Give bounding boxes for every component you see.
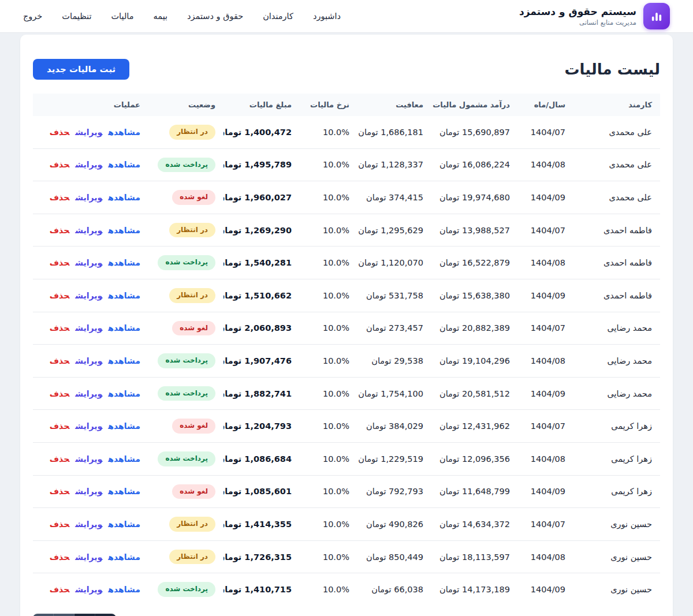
edit-link[interactable]: ویرایش [75, 160, 102, 169]
nav-item-1[interactable]: کارمندان [263, 12, 293, 21]
actions-cell: مشاهدهویرایشحذف [33, 279, 148, 312]
exemption-cell: 792,793 تومان [357, 475, 431, 508]
amount-cell: 1,269,290 تومان [223, 214, 300, 247]
view-link[interactable]: مشاهده [108, 226, 140, 235]
edit-link[interactable]: ویرایش [75, 258, 102, 267]
delete-link[interactable]: حذف [50, 226, 69, 235]
edit-link[interactable]: ویرایش [75, 454, 102, 464]
edit-link[interactable]: ویرایش [75, 389, 102, 398]
page-1-button[interactable]: 1 [54, 614, 74, 616]
prev-page-button[interactable]: ‹ [33, 614, 54, 616]
view-link[interactable]: مشاهده [108, 389, 140, 398]
view-link[interactable]: مشاهده [108, 421, 140, 431]
income-cell: 12,431,962 تومان [431, 410, 518, 443]
edit-link[interactable]: ویرایش [75, 585, 102, 594]
actions-cell: مشاهدهویرایشحذف [33, 573, 148, 606]
nav-item-3[interactable]: بیمه [154, 12, 168, 21]
status-cell: پرداخت شده [148, 442, 223, 475]
delete-link[interactable]: حذف [50, 356, 69, 365]
table-row: علی محمدی1404/0919,974,680 تومان374,415 … [33, 181, 660, 214]
delete-link[interactable]: حذف [50, 585, 69, 594]
view-link[interactable]: مشاهده [108, 258, 140, 267]
column-header-4: نرخ مالیات [300, 94, 357, 116]
app-title: سیستم حقوق و دستمزد [519, 6, 636, 18]
exemption-cell: 490,826 تومان [357, 508, 431, 541]
status-cell: لغو شده [148, 410, 223, 443]
view-link[interactable]: مشاهده [108, 291, 140, 300]
rate-cell: 10.0% [300, 148, 357, 181]
exemption-cell: 1,754,100 تومان [357, 377, 431, 410]
delete-link[interactable]: حذف [50, 160, 69, 169]
delete-link[interactable]: حذف [50, 258, 69, 267]
table-row: فاطمه احمدی1404/0915,638,380 تومان531,75… [33, 279, 660, 312]
edit-link[interactable]: ویرایش [75, 520, 102, 529]
view-link[interactable]: مشاهده [108, 585, 140, 594]
delete-link[interactable]: حذف [50, 291, 69, 300]
employee-cell: فاطمه احمدی [573, 279, 660, 312]
app-subtitle: مدیریت منابع انسانی [519, 18, 636, 27]
actions-cell: مشاهدهویرایشحذف [33, 442, 148, 475]
page-2-button[interactable]: 2 [74, 614, 95, 616]
income-cell: 14,173,189 تومان [431, 573, 518, 606]
edit-link[interactable]: ویرایش [75, 356, 102, 365]
rate-cell: 10.0% [300, 410, 357, 443]
add-tax-button[interactable]: ثبت مالیات جدید [33, 59, 129, 80]
status-badge: پرداخت شده [158, 582, 215, 597]
view-link[interactable]: مشاهده [108, 160, 140, 169]
income-cell: 15,690,897 تومان [431, 116, 518, 148]
delete-link[interactable]: حذف [50, 487, 69, 496]
actions-cell: مشاهدهویرایشحذف [33, 475, 148, 508]
status-cell: در انتظار [148, 508, 223, 541]
rate-cell: 10.0% [300, 508, 357, 541]
actions-cell: مشاهدهویرایشحذف [33, 508, 148, 541]
edit-link[interactable]: ویرایش [75, 323, 102, 333]
delete-link[interactable]: حذف [50, 454, 69, 464]
edit-link[interactable]: ویرایش [75, 226, 102, 235]
status-cell: پرداخت شده [148, 148, 223, 181]
edit-link[interactable]: ویرایش [75, 487, 102, 496]
actions-cell: مشاهدهویرایشحذف [33, 116, 148, 148]
actions-cell: مشاهدهویرایشحذف [33, 214, 148, 247]
delete-link[interactable]: حذف [50, 128, 69, 137]
nav-item-2[interactable]: حقوق و دستمزد [187, 12, 243, 21]
edit-link[interactable]: ویرایش [75, 291, 102, 300]
edit-link[interactable]: ویرایش [75, 421, 102, 431]
nav-item-4[interactable]: مالیات [111, 12, 133, 21]
status-cell: پرداخت شده [148, 573, 223, 606]
amount-cell: 1,085,601 تومان [223, 475, 300, 508]
amount-cell: 1,495,789 تومان [223, 148, 300, 181]
view-link[interactable]: مشاهده [108, 487, 140, 496]
view-link[interactable]: مشاهده [108, 454, 140, 464]
status-cell: در انتظار [148, 540, 223, 573]
amount-cell: 1,907,476 تومان [223, 345, 300, 378]
view-link[interactable]: مشاهده [108, 520, 140, 529]
amount-cell: 1,204,793 تومان [223, 410, 300, 443]
view-link[interactable]: مشاهده [108, 356, 140, 365]
view-link[interactable]: مشاهده [108, 193, 140, 202]
delete-link[interactable]: حذف [50, 520, 69, 529]
amount-cell: 1,726,315 تومان [223, 540, 300, 573]
edit-link[interactable]: ویرایش [75, 552, 102, 562]
amount-cell: 1,400,472 تومان [223, 116, 300, 148]
nav-item-6[interactable]: خروج [23, 12, 42, 21]
view-link[interactable]: مشاهده [108, 323, 140, 333]
employee-cell: زهرا کریمی [573, 442, 660, 475]
next-page-button[interactable]: › [95, 614, 116, 616]
view-link[interactable]: مشاهده [108, 552, 140, 562]
rate-cell: 10.0% [300, 377, 357, 410]
status-cell: لغو شده [148, 312, 223, 345]
delete-link[interactable]: حذف [50, 552, 69, 562]
period-cell: 1404/08 [518, 148, 573, 181]
delete-link[interactable]: حذف [50, 193, 69, 202]
employee-cell: علی محمدی [573, 148, 660, 181]
period-cell: 1404/07 [518, 214, 573, 247]
edit-link[interactable]: ویرایش [75, 193, 102, 202]
nav-item-5[interactable]: تنظیمات [62, 12, 91, 21]
exemption-cell: 1,128,337 تومان [357, 148, 431, 181]
edit-link[interactable]: ویرایش [75, 128, 102, 137]
nav-item-0[interactable]: داشبورد [313, 12, 341, 21]
delete-link[interactable]: حذف [50, 389, 69, 398]
delete-link[interactable]: حذف [50, 421, 69, 431]
view-link[interactable]: مشاهده [108, 128, 140, 137]
delete-link[interactable]: حذف [50, 323, 69, 333]
